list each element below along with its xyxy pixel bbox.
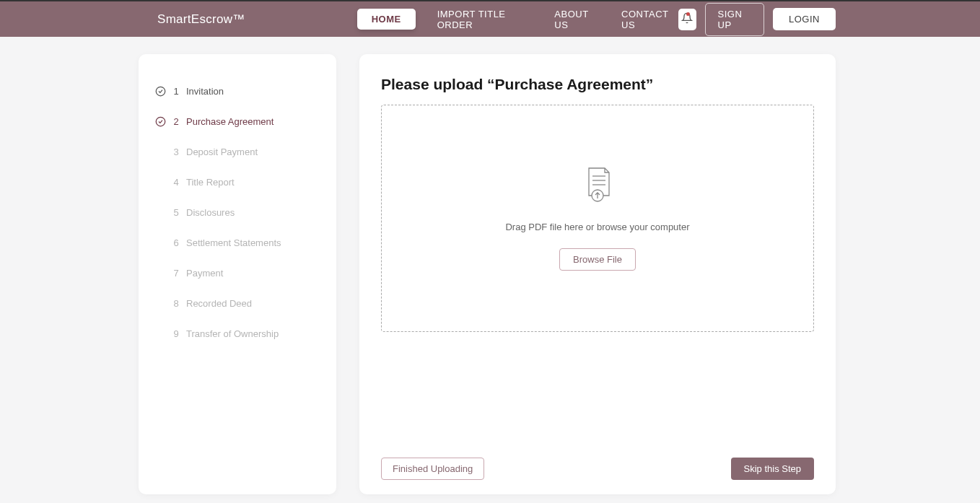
step-4[interactable]: 4Title Report [153,167,322,197]
page-title: Please upload “Purchase Agreement” [381,76,814,93]
content-container: 1Invitation2Purchase Agreement3Deposit P… [0,37,980,494]
step-number: 9 [173,328,179,339]
nav-about-us[interactable]: ABOUT US [554,4,600,35]
main-panel: Please upload “Purchase Agreement” Drag … [359,54,836,494]
footer-actions: Finished Uploading Skip this Step [381,458,814,480]
dropzone-text: Drag PDF file here or browse your comput… [505,222,689,232]
step-3[interactable]: 3Deposit Payment [153,136,322,167]
step-label: Settlement Statements [186,237,281,248]
step-6[interactable]: 6Settlement Statements [153,227,322,258]
step-5[interactable]: 5Disclosures [153,197,322,227]
svg-point-0 [156,87,165,96]
step-number: 2 [173,116,179,127]
step-number: 7 [173,268,179,279]
step-label: Title Report [186,177,235,188]
upload-file-icon [582,167,613,206]
step-1[interactable]: 1Invitation [153,76,322,106]
header: SmartEscrow™ HOME IMPORT TITLE ORDER ABO… [0,1,980,37]
nav-import-title-order[interactable]: IMPORT TITLE ORDER [437,4,533,35]
step-label: Purchase Agreement [186,116,274,127]
step-9[interactable]: 9Transfer of Ownership [153,318,322,349]
signup-button[interactable]: SIGN UP [705,3,765,36]
step-number: 8 [173,298,179,309]
notification-button[interactable] [678,9,696,30]
steps-sidebar: 1Invitation2Purchase Agreement3Deposit P… [139,54,336,494]
nav-home[interactable]: HOME [357,9,416,30]
check-circle-icon [154,85,166,97]
step-number: 6 [173,237,179,248]
step-number: 4 [173,177,179,188]
step-label: Deposit Payment [186,146,258,157]
finished-uploading-button[interactable]: Finished Uploading [381,458,484,480]
step-label: Disclosures [186,207,235,218]
step-number: 5 [173,207,179,218]
file-dropzone[interactable]: Drag PDF file here or browse your comput… [381,105,814,332]
step-label: Recorded Deed [186,298,252,309]
step-7[interactable]: 7Payment [153,258,322,288]
step-number: 3 [173,146,179,157]
notification-badge [686,12,690,16]
step-number: 1 [173,86,179,97]
skip-step-button[interactable]: Skip this Step [731,458,815,480]
brand-logo[interactable]: SmartEscrow™ [157,12,245,27]
main-nav: HOME IMPORT TITLE ORDER ABOUT US CONTACT… [357,4,678,35]
browse-file-button[interactable]: Browse File [559,248,636,271]
check-circle-icon [154,115,166,127]
auth-controls: SIGN UP LOGIN [678,3,836,36]
nav-contact-us[interactable]: CONTACT US [621,4,678,35]
svg-point-1 [156,117,165,126]
step-2[interactable]: 2Purchase Agreement [153,106,322,136]
step-label: Transfer of Ownership [186,328,279,339]
step-8[interactable]: 8Recorded Deed [153,288,322,318]
step-label: Payment [186,268,223,279]
step-label: Invitation [186,86,224,97]
login-button[interactable]: LOGIN [773,8,836,30]
